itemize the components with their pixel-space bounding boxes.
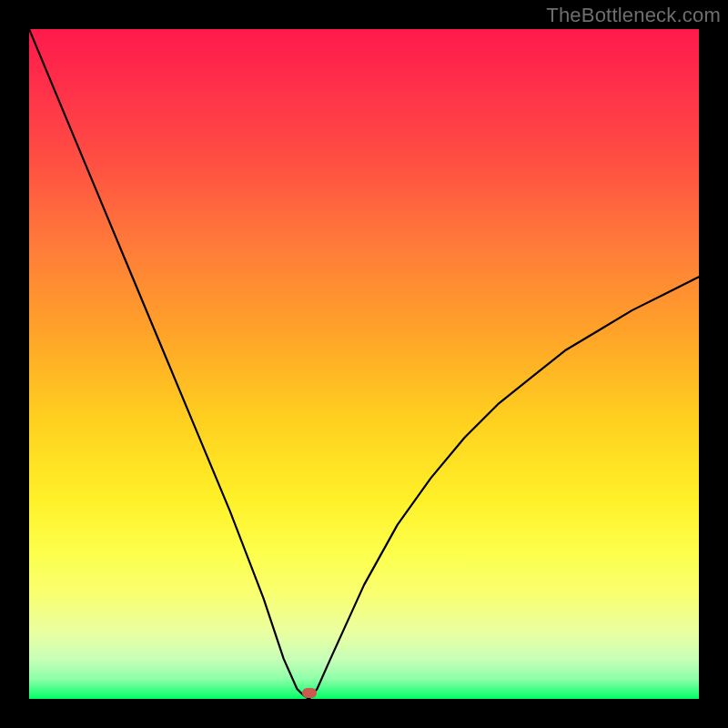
bottleneck-curve — [29, 29, 699, 699]
optimal-point-marker — [302, 688, 317, 698]
chart-frame: TheBottleneck.com — [0, 0, 728, 728]
plot-area — [29, 29, 699, 699]
watermark-label: TheBottleneck.com — [546, 4, 721, 27]
